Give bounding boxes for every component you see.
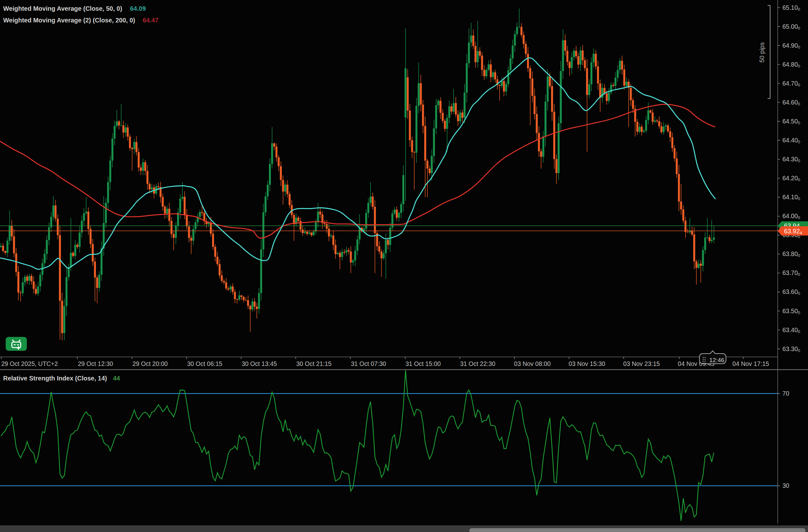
svg-text:12:46: 12:46 (709, 357, 724, 363)
svg-text:30 Oct 21:15: 30 Oct 21:15 (296, 360, 332, 367)
svg-text:64.300: 64.300 (783, 155, 800, 163)
svg-text:29 Oct 2025, UTC+2: 29 Oct 2025, UTC+2 (1, 360, 58, 367)
svg-text:64.500: 64.500 (783, 118, 800, 125)
svg-text:63.500: 63.500 (783, 308, 800, 315)
svg-text:03 Nov 23:15: 03 Nov 23:15 (623, 360, 660, 367)
svg-text:30 Oct 06:15: 30 Oct 06:15 (187, 360, 222, 367)
svg-text:04 Nov 17:15: 04 Nov 17:15 (733, 360, 769, 367)
svg-text:Relative Strength Index (Close: Relative Strength Index (Close, 14) (3, 375, 107, 382)
svg-text:30: 30 (783, 482, 789, 489)
svg-text:63.700: 63.700 (783, 269, 800, 277)
svg-text:65.100: 65.100 (783, 4, 800, 12)
svg-text:64.900: 64.900 (783, 42, 800, 50)
svg-text:63.300: 63.300 (783, 345, 800, 353)
svg-text:Weighted Moving Average (2) (C: Weighted Moving Average (2) (Close, 200,… (3, 17, 135, 24)
svg-text:70: 70 (783, 390, 789, 397)
svg-text:64.400: 64.400 (783, 137, 800, 144)
svg-text:64.000: 64.000 (783, 213, 800, 220)
svg-text:64.09: 64.09 (130, 5, 146, 12)
svg-text:29 Oct 12:30: 29 Oct 12:30 (78, 360, 113, 367)
svg-text:29 Oct 20:00: 29 Oct 20:00 (132, 360, 168, 367)
svg-text:31 Oct 07:30: 31 Oct 07:30 (351, 360, 386, 367)
svg-text:30 Oct 13:45: 30 Oct 13:45 (242, 360, 277, 367)
svg-text:50 pips: 50 pips (758, 42, 765, 63)
svg-text:63.600: 63.600 (783, 288, 800, 296)
svg-text:64.600: 64.600 (783, 99, 800, 106)
svg-text:64.800: 64.800 (783, 61, 800, 69)
svg-text:Weighted Moving Average (Close: Weighted Moving Average (Close, 50, 0) (3, 5, 122, 12)
svg-text:64.47: 64.47 (143, 17, 159, 24)
svg-text:03 Nov 15:30: 03 Nov 15:30 (569, 360, 605, 367)
svg-text:31 Oct 15:00: 31 Oct 15:00 (406, 360, 441, 367)
svg-text:31 Oct 22:30: 31 Oct 22:30 (460, 360, 496, 367)
svg-text:63.400: 63.400 (783, 327, 800, 334)
svg-text:64.100: 64.100 (783, 194, 800, 201)
svg-text:44: 44 (113, 375, 120, 382)
svg-text:65.000: 65.000 (783, 23, 800, 31)
svg-text:64.200: 64.200 (783, 175, 800, 182)
svg-text:03 Nov 08:00: 03 Nov 08:00 (514, 360, 551, 367)
svg-text:64.700: 64.700 (783, 80, 800, 88)
svg-text:63.800: 63.800 (783, 250, 800, 258)
svg-text:63.924: 63.924 (784, 228, 802, 235)
